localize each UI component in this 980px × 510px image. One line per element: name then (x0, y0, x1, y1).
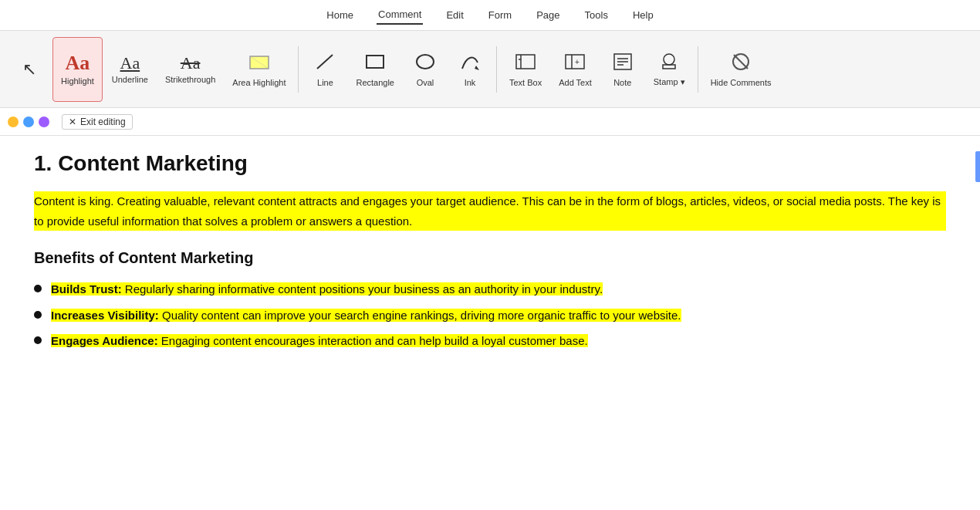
oval-icon (414, 52, 436, 75)
annotation-toolbar: ↖ Aa Highlight Aa Underline Aa Strikethr… (0, 31, 980, 108)
bullet-dot (34, 336, 42, 344)
list-item: Engages Audience: Engaging content encou… (34, 331, 946, 351)
exit-icon: ✕ (69, 117, 76, 127)
traffic-light-blue (23, 117, 34, 127)
underline-tool[interactable]: Aa Underline (104, 37, 156, 102)
note-label: Note (613, 78, 631, 87)
strikethrough-label: Strikethrough (165, 75, 215, 84)
nav-form[interactable]: Form (487, 6, 513, 24)
line-icon (314, 52, 336, 75)
stamp-icon (658, 51, 680, 74)
traffic-light-purple (39, 117, 49, 127)
highlight-icon: Aa (66, 53, 90, 73)
strikethrough-tool[interactable]: Aa Strikethrough (157, 37, 223, 102)
rectangle-icon (364, 52, 386, 75)
nav-home[interactable]: Home (325, 6, 355, 24)
sep2 (496, 46, 497, 93)
svg-line-2 (317, 55, 333, 69)
textbox-icon (515, 52, 536, 75)
document-title: 1. Content Marketing (34, 151, 946, 176)
nav-comment[interactable]: Comment (377, 5, 423, 25)
cursor-tool[interactable]: ↖ (8, 37, 51, 102)
rectangle-tool[interactable]: Rectangle (348, 37, 402, 102)
underline-icon: Aa (120, 55, 140, 72)
nav-edit[interactable]: Edit (444, 6, 465, 24)
svg-point-4 (417, 55, 434, 69)
bullet-highlighted-3: Engages Audience: Engaging content encou… (51, 334, 588, 347)
svg-point-15 (664, 54, 674, 65)
bullet-dot (34, 311, 42, 319)
underline-label: Underline (112, 75, 148, 84)
ink-tool[interactable]: Ink (448, 37, 492, 102)
list-item: Increases Visibility: Quality content ca… (34, 306, 946, 326)
bullet-bold-2: Increases Visibility: (51, 309, 159, 322)
ink-label: Ink (465, 78, 476, 87)
area-highlight-label: Area Highlight (232, 78, 286, 87)
list-item: Builds Trust: Regularly sharing informat… (34, 279, 946, 299)
nav-tools[interactable]: Tools (583, 6, 610, 24)
bullet-highlighted-1: Builds Trust: Regularly sharing informat… (51, 282, 603, 296)
benefits-subheading: Benefits of Content Marketing (34, 249, 946, 267)
benefits-list: Builds Trust: Regularly sharing informat… (34, 279, 946, 351)
side-indicator (975, 151, 980, 182)
stamp-label: Stamp ▾ (654, 77, 685, 87)
traffic-light-yellow (8, 117, 19, 127)
highlight-label: Highlight (61, 76, 94, 86)
bullet-text: Engages Audience: Engaging content encou… (51, 331, 588, 351)
area-highlight-icon (248, 52, 270, 75)
svg-line-18 (734, 55, 748, 69)
bullet-dot (34, 285, 42, 292)
bullet-text: Builds Trust: Regularly sharing informat… (51, 279, 603, 299)
document-area: 1. Content Marketing Content is king. Cr… (0, 136, 980, 510)
cursor-icon: ↖ (22, 61, 36, 78)
strikethrough-icon: Aa (181, 55, 201, 72)
sep3 (698, 46, 698, 93)
ink-icon (459, 52, 481, 75)
hide-comments-label: Hide Comments (711, 78, 772, 87)
traffic-lights (8, 117, 49, 127)
bullet-highlighted-2: Increases Visibility: Quality content ca… (51, 309, 681, 322)
addtext-icon: + (564, 52, 586, 75)
bullet-bold-3: Engages Audience: (51, 334, 158, 347)
line-label: Line (317, 78, 333, 87)
area-highlight-tool[interactable]: Area Highlight (225, 37, 293, 102)
bullet-rest-1: Regularly sharing informative content po… (122, 282, 603, 296)
note-icon (612, 52, 634, 75)
bullet-text: Increases Visibility: Quality content ca… (51, 306, 681, 326)
svg-rect-3 (367, 56, 384, 68)
line-tool[interactable]: Line (303, 37, 346, 102)
addtext-tool[interactable]: + Add Text (551, 37, 600, 102)
svg-text:+: + (575, 58, 580, 66)
edit-bar: ✕ Exit editing (0, 108, 980, 136)
hide-comments-tool[interactable]: Hide Comments (703, 37, 779, 102)
bullet-bold-1: Builds Trust: (51, 282, 122, 296)
highlight-tool[interactable]: Aa Highlight (52, 37, 103, 102)
svg-rect-16 (663, 65, 675, 69)
sep1 (298, 46, 299, 93)
note-tool[interactable]: Note (601, 37, 644, 102)
svg-rect-5 (516, 55, 535, 69)
nav-help[interactable]: Help (631, 6, 655, 24)
addtext-label: Add Text (559, 78, 592, 87)
oval-tool[interactable]: Oval (404, 37, 447, 102)
exit-editing-button[interactable]: ✕ Exit editing (62, 114, 133, 130)
bullet-rest-3: Engaging content encourages interaction … (158, 334, 588, 347)
oval-label: Oval (417, 78, 434, 87)
textbox-label: Text Box (509, 78, 542, 87)
rectangle-label: Rectangle (356, 78, 394, 87)
stamp-tool[interactable]: Stamp ▾ (646, 37, 693, 102)
textbox-tool[interactable]: Text Box (502, 37, 549, 102)
top-navigation: Home Comment Edit Form Page Tools Help (0, 0, 980, 31)
nav-page[interactable]: Page (535, 6, 561, 24)
highlighted-paragraph: Content is king. Creating valuable, rele… (34, 191, 946, 231)
exit-label: Exit editing (80, 117, 126, 127)
hide-comments-icon (730, 52, 752, 75)
bullet-rest-2: Quality content can improve your search … (159, 309, 681, 322)
